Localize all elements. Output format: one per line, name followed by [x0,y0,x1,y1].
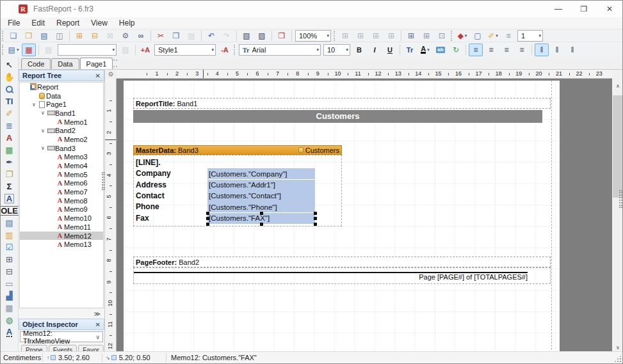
tab-data[interactable]: Data [51,58,79,69]
report-tree-close-icon[interactable]: ✕ [95,72,101,79]
bring-to-front-button[interactable]: ▧ [239,29,254,42]
preview-report-button[interactable]: ◫ [53,29,67,42]
tree-item-page1[interactable]: ∨Page1 [20,100,103,109]
font-size-select[interactable]: 10▾ [323,44,350,56]
frame-all-button[interactable]: ⊞ [404,29,418,42]
font-color-button[interactable]: A▾ [418,44,432,56]
data-field-memo[interactable]: [Customers."FAX"] [207,213,315,224]
undo-button[interactable]: ↶ [204,29,218,42]
right-splitter-grip[interactable] [619,190,622,208]
line-style-button[interactable]: ≡ [501,29,515,42]
tree-item-memo6[interactable]: AMemo6 [20,179,103,188]
tree-item-band1[interactable]: ∨Band1 [20,109,103,118]
date-object-button[interactable]: ▤ [3,217,17,229]
align-to-grid-button[interactable]: ⊞ [384,29,398,42]
tree-chevron-icon[interactable]: ∨ [39,110,47,116]
style-select[interactable]: Style1▾ [154,44,216,56]
new-report-page-button[interactable]: ⊞ [72,29,86,42]
bold-button[interactable]: B [352,44,366,56]
font-family-select[interactable]: TrArial▾ [239,44,321,56]
tree-item-memo7[interactable]: AMemo7 [20,187,103,196]
reporttitle-band-header[interactable]: ReportTitle: Band1 [133,98,551,109]
tree-item-band3[interactable]: ∨Band3 [20,144,103,153]
style-remove-button[interactable]: -A [218,44,232,56]
align-text-right-button[interactable]: ≡ [499,44,514,56]
tree-item-memo5[interactable]: AMemo5 [20,170,103,179]
customers-title-memo[interactable]: Customers [133,110,542,123]
align-h-centers-button[interactable]: ⊞ [353,29,368,42]
select-tool-button[interactable]: ↖ [3,59,17,71]
new-dialog-page-button[interactable]: ⊟ [88,29,102,42]
panel-splitter-grip[interactable] [102,172,105,190]
menu-view[interactable]: View [85,18,113,28]
tree-item-data[interactable]: Data [20,91,103,100]
selection-handle[interactable] [314,223,317,226]
tree-item-memo2[interactable]: AMemo2 [20,135,103,144]
masterdata-band-body[interactable]: [LINE].Company[Customers."Company"]Addre… [133,155,342,226]
report-page[interactable]: ReportTitle: Band1 Customers MasterData:… [124,81,560,353]
format-painter-tool-button[interactable]: ✐ [3,107,17,120]
subreport-object-button[interactable]: ❐ [3,168,17,180]
report-grid-button[interactable]: ▦ [22,44,36,56]
field-label-memo[interactable]: Address [136,180,166,189]
frame-settings-button[interactable]: ⊡ [435,29,449,42]
data-field-memo[interactable]: [Customers."Company"] [207,168,315,179]
style-add-button[interactable]: +A [138,44,152,56]
scroll-thumb[interactable] [613,95,623,198]
font-settings-button[interactable]: Tr [403,44,417,56]
menu-file[interactable]: File [2,18,26,28]
show-bands-button[interactable]: ❐ [275,29,289,42]
zoom-tool-button[interactable] [3,83,17,95]
selection-handle[interactable] [260,212,263,215]
field-label-memo[interactable]: Contact [136,191,165,200]
close-button[interactable]: ✕ [597,1,622,17]
tree-item-memo3[interactable]: AMemo3 [20,153,103,162]
hand-tool-button[interactable]: ✋ [3,71,17,83]
band-tool-button[interactable]: ≣ [3,120,17,132]
tree-item-memo11[interactable]: AMemo11 [20,223,103,232]
selection-handle[interactable] [314,217,317,220]
cut-button[interactable]: ✂ [154,29,168,42]
pagefooter-band-header[interactable]: PageFooter: Band2 [133,257,551,267]
valign-center-button[interactable]: ‖ [550,44,564,56]
tree-item-memo4[interactable]: AMemo4 [20,161,103,170]
field-label-memo[interactable]: Phone [136,202,159,211]
selection-handle[interactable] [206,212,209,215]
align-text-left-button[interactable]: ≡ [469,44,483,56]
tree-expand-button[interactable]: ≫ [94,310,101,317]
menu-report[interactable]: Report [51,18,85,28]
copy-button[interactable]: ❐ [169,29,183,42]
ruler-origin-icon[interactable]: ❂ [105,70,117,79]
shape-object-button[interactable]: ▭ [3,278,17,290]
italic-button[interactable]: I [368,44,382,56]
page-number-memo[interactable]: Page [PAGE#] of [TOTALPAGES#] [134,273,528,281]
data-field-memo[interactable]: [Customers."Contact"] [207,191,315,202]
field-label-memo[interactable]: [LINE]. [136,158,161,167]
menu-help[interactable]: Help [113,18,141,28]
data-field-memo[interactable]: [Customers."Addr1"] [207,180,315,191]
tab-page1[interactable]: Page1 [80,58,113,69]
line-width-select[interactable]: 1▾ [517,30,543,42]
tree-item-band2[interactable]: ∨Band2 [20,126,103,135]
tree-item-memo13[interactable]: AMemo13 [20,240,103,249]
scroll-up-button[interactable]: ∧ [613,81,623,91]
report-titles-button[interactable]: ▤▾ [6,44,20,56]
tree-item-memo1[interactable]: AMemo1 [20,118,103,127]
draw-object-button[interactable]: ✒ [3,156,17,168]
frame-none-button[interactable]: ⊞ [419,29,433,42]
map-object-button[interactable]: ◍ [3,314,17,326]
tab-code[interactable]: Code [21,58,51,69]
design-canvas[interactable]: ReportTitle: Band1 Customers MasterData:… [117,79,612,353]
text-object-button[interactable]: A [3,132,17,144]
tree-item-memo9[interactable]: AMemo9 [20,205,103,214]
align-left-edges-button[interactable]: ⊞ [338,29,352,42]
selection-handle[interactable] [206,217,209,220]
selection-handle[interactable] [314,212,317,215]
zoom-select[interactable]: 100%▾ [295,30,331,42]
highlight-button[interactable]: ab [433,44,448,56]
field-label-memo[interactable]: Fax [136,214,149,223]
open-report-button[interactable]: ❒ [22,29,36,42]
valign-bottom-button[interactable]: ‖ [565,44,579,56]
align-text-justify-button[interactable]: ≡ [515,44,529,56]
save-report-button[interactable]: ▤ [37,29,51,42]
